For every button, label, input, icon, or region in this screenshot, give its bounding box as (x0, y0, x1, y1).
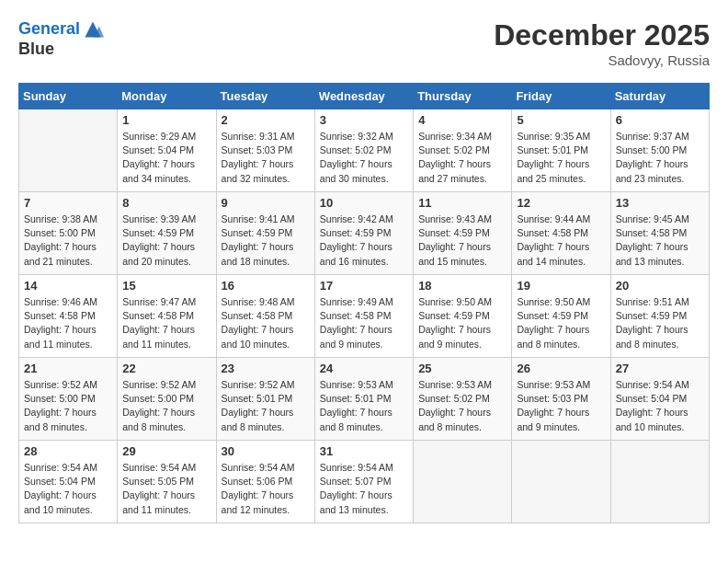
day-number: 2 (222, 113, 310, 127)
logo: General Blue (18, 18, 104, 59)
day-info: Sunrise: 9:54 AMSunset: 5:07 PMDaylight:… (320, 461, 408, 517)
day-info: Sunrise: 9:48 AMSunset: 4:58 PMDaylight:… (222, 295, 310, 351)
day-info: Sunrise: 9:53 AMSunset: 5:03 PMDaylight:… (517, 378, 605, 434)
day-number: 8 (122, 196, 210, 210)
day-number: 12 (517, 196, 605, 210)
day-number: 29 (122, 444, 210, 458)
day-info: Sunrise: 9:52 AMSunset: 5:00 PMDaylight:… (24, 378, 112, 434)
day-number: 26 (517, 362, 605, 375)
day-number: 22 (122, 362, 210, 375)
day-number: 30 (222, 444, 310, 458)
day-number: 19 (517, 279, 605, 293)
day-info: Sunrise: 9:50 AMSunset: 4:59 PMDaylight:… (418, 295, 506, 351)
calendar-cell: 27Sunrise: 9:54 AMSunset: 5:04 PMDayligh… (610, 358, 709, 441)
day-number: 15 (122, 279, 210, 293)
day-number: 6 (616, 113, 704, 127)
day-number: 24 (320, 362, 408, 375)
day-number: 9 (222, 196, 310, 210)
weekday-header-cell: Thursday (414, 84, 512, 109)
day-info: Sunrise: 9:54 AMSunset: 5:04 PMDaylight:… (616, 378, 704, 434)
day-number: 28 (24, 444, 112, 458)
day-info: Sunrise: 9:37 AMSunset: 5:00 PMDaylight:… (616, 130, 704, 186)
calendar-cell: 11Sunrise: 9:43 AMSunset: 4:59 PMDayligh… (414, 192, 512, 275)
day-info: Sunrise: 9:32 AMSunset: 5:02 PMDaylight:… (320, 130, 408, 186)
weekday-header-cell: Sunday (19, 84, 118, 109)
day-info: Sunrise: 9:54 AMSunset: 5:06 PMDaylight:… (222, 461, 310, 517)
calendar-cell: 19Sunrise: 9:50 AMSunset: 4:59 PMDayligh… (512, 275, 610, 358)
calendar-week-row: 28Sunrise: 9:54 AMSunset: 5:04 PMDayligh… (19, 441, 710, 523)
logo-text: General Blue (18, 18, 104, 59)
day-info: Sunrise: 9:45 AMSunset: 4:58 PMDaylight:… (616, 213, 704, 269)
calendar-week-row: 14Sunrise: 9:46 AMSunset: 4:58 PMDayligh… (19, 275, 710, 358)
day-info: Sunrise: 9:52 AMSunset: 5:00 PMDaylight:… (122, 378, 210, 434)
calendar-week-row: 21Sunrise: 9:52 AMSunset: 5:00 PMDayligh… (19, 358, 710, 441)
day-number: 13 (616, 196, 704, 210)
page-header: General Blue December 2025 Sadovyy, Russ… (18, 18, 710, 68)
weekday-header-row: SundayMondayTuesdayWednesdayThursdayFrid… (19, 84, 710, 109)
calendar-cell: 26Sunrise: 9:53 AMSunset: 5:03 PMDayligh… (512, 358, 610, 441)
day-info: Sunrise: 9:44 AMSunset: 4:58 PMDaylight:… (517, 213, 605, 269)
calendar-cell: 4Sunrise: 9:34 AMSunset: 5:02 PMDaylight… (414, 109, 512, 192)
weekday-header-cell: Wednesday (314, 84, 413, 109)
calendar-cell: 22Sunrise: 9:52 AMSunset: 5:00 PMDayligh… (118, 358, 216, 441)
day-number: 14 (24, 279, 112, 293)
calendar-cell: 28Sunrise: 9:54 AMSunset: 5:04 PMDayligh… (19, 441, 118, 523)
calendar-cell (19, 109, 118, 192)
calendar-cell: 23Sunrise: 9:52 AMSunset: 5:01 PMDayligh… (216, 358, 314, 441)
day-number: 3 (320, 113, 408, 127)
calendar-cell: 12Sunrise: 9:44 AMSunset: 4:58 PMDayligh… (512, 192, 610, 275)
day-info: Sunrise: 9:52 AMSunset: 5:01 PMDaylight:… (222, 378, 310, 434)
calendar-cell: 16Sunrise: 9:48 AMSunset: 4:58 PMDayligh… (216, 275, 314, 358)
day-info: Sunrise: 9:51 AMSunset: 4:59 PMDaylight:… (616, 295, 704, 351)
logo-icon (82, 18, 104, 40)
day-info: Sunrise: 9:53 AMSunset: 5:02 PMDaylight:… (418, 378, 506, 434)
calendar-cell: 1Sunrise: 9:29 AMSunset: 5:04 PMDaylight… (118, 109, 216, 192)
day-info: Sunrise: 9:31 AMSunset: 5:03 PMDaylight:… (222, 130, 310, 186)
day-number: 16 (222, 279, 310, 293)
calendar-cell: 21Sunrise: 9:52 AMSunset: 5:00 PMDayligh… (19, 358, 118, 441)
calendar-week-row: 7Sunrise: 9:38 AMSunset: 5:00 PMDaylight… (19, 192, 710, 275)
weekday-header-cell: Friday (512, 84, 610, 109)
calendar-cell: 18Sunrise: 9:50 AMSunset: 4:59 PMDayligh… (414, 275, 512, 358)
calendar-cell: 29Sunrise: 9:54 AMSunset: 5:05 PMDayligh… (118, 441, 216, 523)
calendar-cell: 7Sunrise: 9:38 AMSunset: 5:00 PMDaylight… (19, 192, 118, 275)
day-info: Sunrise: 9:35 AMSunset: 5:01 PMDaylight:… (517, 130, 605, 186)
day-info: Sunrise: 9:43 AMSunset: 4:59 PMDaylight:… (418, 213, 506, 269)
day-info: Sunrise: 9:34 AMSunset: 5:02 PMDaylight:… (418, 130, 506, 186)
day-number: 18 (418, 279, 506, 293)
day-info: Sunrise: 9:53 AMSunset: 5:01 PMDaylight:… (320, 378, 408, 434)
calendar-body: 1Sunrise: 9:29 AMSunset: 5:04 PMDaylight… (19, 109, 710, 523)
weekday-header-cell: Saturday (610, 84, 709, 109)
day-info: Sunrise: 9:41 AMSunset: 4:59 PMDaylight:… (222, 213, 310, 269)
calendar-cell: 5Sunrise: 9:35 AMSunset: 5:01 PMDaylight… (512, 109, 610, 192)
day-info: Sunrise: 9:29 AMSunset: 5:04 PMDaylight:… (122, 130, 210, 186)
day-info: Sunrise: 9:50 AMSunset: 4:59 PMDaylight:… (517, 295, 605, 351)
day-number: 17 (320, 279, 408, 293)
calendar-table: SundayMondayTuesdayWednesdayThursdayFrid… (18, 83, 710, 523)
day-number: 25 (418, 362, 506, 375)
calendar-cell: 20Sunrise: 9:51 AMSunset: 4:59 PMDayligh… (610, 275, 709, 358)
day-number: 27 (616, 362, 704, 375)
day-info: Sunrise: 9:54 AMSunset: 5:05 PMDaylight:… (122, 461, 210, 517)
day-number: 4 (418, 113, 506, 127)
day-info: Sunrise: 9:39 AMSunset: 4:59 PMDaylight:… (122, 213, 210, 269)
day-info: Sunrise: 9:47 AMSunset: 4:58 PMDaylight:… (122, 295, 210, 351)
day-number: 10 (320, 196, 408, 210)
day-number: 20 (616, 279, 704, 293)
day-info: Sunrise: 9:49 AMSunset: 4:58 PMDaylight:… (320, 295, 408, 351)
month-title: December 2025 (494, 18, 710, 52)
weekday-header-cell: Tuesday (216, 84, 314, 109)
day-number: 23 (222, 362, 310, 375)
calendar-cell: 13Sunrise: 9:45 AMSunset: 4:58 PMDayligh… (610, 192, 709, 275)
calendar-cell: 3Sunrise: 9:32 AMSunset: 5:02 PMDaylight… (314, 109, 413, 192)
calendar-cell (414, 441, 512, 523)
day-info: Sunrise: 9:38 AMSunset: 5:00 PMDaylight:… (24, 213, 112, 269)
day-number: 31 (320, 444, 408, 458)
calendar-cell: 2Sunrise: 9:31 AMSunset: 5:03 PMDaylight… (216, 109, 314, 192)
day-number: 11 (418, 196, 506, 210)
calendar-cell: 6Sunrise: 9:37 AMSunset: 5:00 PMDaylight… (610, 109, 709, 192)
weekday-header-cell: Monday (118, 84, 216, 109)
day-info: Sunrise: 9:46 AMSunset: 4:58 PMDaylight:… (24, 295, 112, 351)
day-number: 1 (122, 113, 210, 127)
calendar-week-row: 1Sunrise: 9:29 AMSunset: 5:04 PMDaylight… (19, 109, 710, 192)
